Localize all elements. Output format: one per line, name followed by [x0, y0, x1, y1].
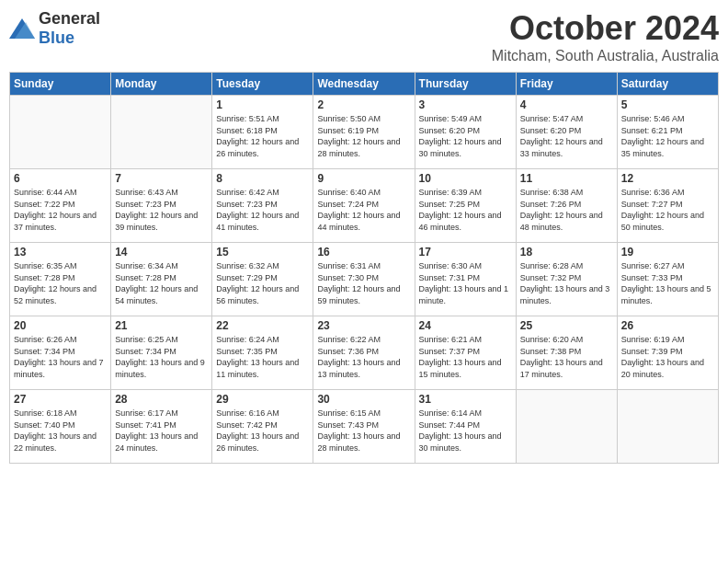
day-detail: Sunrise: 6:20 AM Sunset: 7:38 PM Dayligh…	[520, 334, 613, 380]
day-detail: Sunrise: 6:24 AM Sunset: 7:35 PM Dayligh…	[216, 334, 309, 380]
calendar-week-row: 1Sunrise: 5:51 AM Sunset: 6:18 PM Daylig…	[10, 96, 719, 169]
day-detail: Sunrise: 6:38 AM Sunset: 7:26 PM Dayligh…	[520, 187, 613, 233]
weekday-header-row: SundayMondayTuesdayWednesdayThursdayFrid…	[10, 73, 719, 96]
weekday-header-cell: Thursday	[415, 73, 516, 96]
day-detail: Sunrise: 6:15 AM Sunset: 7:43 PM Dayligh…	[317, 408, 410, 454]
day-detail: Sunrise: 6:27 AM Sunset: 7:33 PM Dayligh…	[621, 260, 714, 306]
day-number: 19	[621, 246, 714, 259]
calendar-week-row: 13Sunrise: 6:35 AM Sunset: 7:28 PM Dayli…	[10, 243, 719, 316]
calendar-cell: 6Sunrise: 6:44 AM Sunset: 7:22 PM Daylig…	[10, 169, 111, 243]
calendar-cell	[516, 390, 617, 464]
month-title: October 2024	[492, 9, 719, 48]
calendar-cell: 10Sunrise: 6:39 AM Sunset: 7:25 PM Dayli…	[415, 169, 516, 243]
calendar-cell: 25Sunrise: 6:20 AM Sunset: 7:38 PM Dayli…	[516, 316, 617, 390]
calendar-cell: 30Sunrise: 6:15 AM Sunset: 7:43 PM Dayli…	[313, 390, 415, 464]
weekday-header-cell: Friday	[516, 73, 617, 96]
calendar-cell: 1Sunrise: 5:51 AM Sunset: 6:18 PM Daylig…	[212, 96, 313, 169]
day-detail: Sunrise: 6:39 AM Sunset: 7:25 PM Dayligh…	[419, 187, 512, 233]
day-detail: Sunrise: 5:46 AM Sunset: 6:21 PM Dayligh…	[621, 113, 714, 159]
day-detail: Sunrise: 6:43 AM Sunset: 7:23 PM Dayligh…	[115, 187, 208, 233]
day-detail: Sunrise: 6:22 AM Sunset: 7:36 PM Dayligh…	[317, 334, 410, 380]
day-number: 11	[520, 172, 613, 185]
calendar-cell: 19Sunrise: 6:27 AM Sunset: 7:33 PM Dayli…	[617, 243, 718, 316]
day-number: 18	[520, 246, 613, 259]
day-detail: Sunrise: 6:30 AM Sunset: 7:31 PM Dayligh…	[419, 260, 512, 306]
calendar-cell: 5Sunrise: 5:46 AM Sunset: 6:21 PM Daylig…	[617, 96, 718, 169]
calendar-week-row: 20Sunrise: 6:26 AM Sunset: 7:34 PM Dayli…	[10, 316, 719, 390]
day-detail: Sunrise: 6:16 AM Sunset: 7:42 PM Dayligh…	[216, 408, 309, 454]
day-number: 14	[115, 246, 208, 259]
day-number: 10	[419, 172, 512, 185]
day-number: 8	[216, 172, 309, 185]
day-detail: Sunrise: 6:19 AM Sunset: 7:39 PM Dayligh…	[621, 334, 714, 380]
day-detail: Sunrise: 6:44 AM Sunset: 7:22 PM Dayligh…	[14, 187, 107, 233]
day-detail: Sunrise: 6:42 AM Sunset: 7:23 PM Dayligh…	[216, 187, 309, 233]
logo-text: General Blue	[39, 9, 100, 48]
day-number: 7	[115, 172, 208, 185]
calendar-cell: 31Sunrise: 6:14 AM Sunset: 7:44 PM Dayli…	[415, 390, 516, 464]
calendar-cell: 15Sunrise: 6:32 AM Sunset: 7:29 PM Dayli…	[212, 243, 313, 316]
day-number: 13	[14, 246, 107, 259]
day-number: 20	[14, 319, 107, 332]
calendar-cell: 9Sunrise: 6:40 AM Sunset: 7:24 PM Daylig…	[313, 169, 415, 243]
day-detail: Sunrise: 6:17 AM Sunset: 7:41 PM Dayligh…	[115, 408, 208, 454]
location-title: Mitcham, South Australia, Australia	[492, 48, 719, 64]
day-detail: Sunrise: 6:34 AM Sunset: 7:28 PM Dayligh…	[115, 260, 208, 306]
day-number: 9	[317, 172, 410, 185]
day-detail: Sunrise: 6:40 AM Sunset: 7:24 PM Dayligh…	[317, 187, 410, 233]
calendar-cell: 29Sunrise: 6:16 AM Sunset: 7:42 PM Dayli…	[212, 390, 313, 464]
calendar-cell: 14Sunrise: 6:34 AM Sunset: 7:28 PM Dayli…	[111, 243, 212, 316]
weekday-header-cell: Sunday	[10, 73, 111, 96]
calendar-cell: 8Sunrise: 6:42 AM Sunset: 7:23 PM Daylig…	[212, 169, 313, 243]
calendar-cell	[617, 390, 718, 464]
calendar-cell: 27Sunrise: 6:18 AM Sunset: 7:40 PM Dayli…	[10, 390, 111, 464]
logo: General Blue	[9, 9, 100, 48]
day-detail: Sunrise: 6:21 AM Sunset: 7:37 PM Dayligh…	[419, 334, 512, 380]
calendar-cell: 16Sunrise: 6:31 AM Sunset: 7:30 PM Dayli…	[313, 243, 415, 316]
day-number: 23	[317, 319, 410, 332]
calendar-week-row: 27Sunrise: 6:18 AM Sunset: 7:40 PM Dayli…	[10, 390, 719, 464]
weekday-header-cell: Tuesday	[212, 73, 313, 96]
day-number: 6	[14, 172, 107, 185]
calendar-cell: 12Sunrise: 6:36 AM Sunset: 7:27 PM Dayli…	[617, 169, 718, 243]
title-area: October 2024 Mitcham, South Australia, A…	[492, 9, 719, 64]
weekday-header-cell: Wednesday	[313, 73, 415, 96]
logo-icon	[9, 18, 35, 39]
day-number: 5	[621, 98, 714, 111]
day-number: 21	[115, 319, 208, 332]
day-detail: Sunrise: 6:25 AM Sunset: 7:34 PM Dayligh…	[115, 334, 208, 380]
day-number: 27	[14, 393, 107, 406]
calendar-cell: 28Sunrise: 6:17 AM Sunset: 7:41 PM Dayli…	[111, 390, 212, 464]
day-detail: Sunrise: 5:49 AM Sunset: 6:20 PM Dayligh…	[419, 113, 512, 159]
day-number: 1	[216, 98, 309, 111]
day-detail: Sunrise: 6:28 AM Sunset: 7:32 PM Dayligh…	[520, 260, 613, 306]
day-number: 25	[520, 319, 613, 332]
day-detail: Sunrise: 5:51 AM Sunset: 6:18 PM Dayligh…	[216, 113, 309, 159]
calendar-cell: 26Sunrise: 6:19 AM Sunset: 7:39 PM Dayli…	[617, 316, 718, 390]
weekday-header-cell: Monday	[111, 73, 212, 96]
weekday-header-cell: Saturday	[617, 73, 718, 96]
calendar-cell: 7Sunrise: 6:43 AM Sunset: 7:23 PM Daylig…	[111, 169, 212, 243]
day-number: 12	[621, 172, 714, 185]
day-number: 2	[317, 98, 410, 111]
calendar-cell	[111, 96, 212, 169]
calendar-cell: 17Sunrise: 6:30 AM Sunset: 7:31 PM Dayli…	[415, 243, 516, 316]
day-detail: Sunrise: 5:50 AM Sunset: 6:19 PM Dayligh…	[317, 113, 410, 159]
day-number: 28	[115, 393, 208, 406]
day-number: 29	[216, 393, 309, 406]
calendar-cell: 11Sunrise: 6:38 AM Sunset: 7:26 PM Dayli…	[516, 169, 617, 243]
day-detail: Sunrise: 6:35 AM Sunset: 7:28 PM Dayligh…	[14, 260, 107, 306]
day-detail: Sunrise: 6:32 AM Sunset: 7:29 PM Dayligh…	[216, 260, 309, 306]
day-detail: Sunrise: 6:36 AM Sunset: 7:27 PM Dayligh…	[621, 187, 714, 233]
day-number: 22	[216, 319, 309, 332]
logo-blue: Blue	[39, 29, 74, 47]
calendar-cell: 24Sunrise: 6:21 AM Sunset: 7:37 PM Dayli…	[415, 316, 516, 390]
day-number: 30	[317, 393, 410, 406]
calendar-cell: 23Sunrise: 6:22 AM Sunset: 7:36 PM Dayli…	[313, 316, 415, 390]
day-detail: Sunrise: 5:47 AM Sunset: 6:20 PM Dayligh…	[520, 113, 613, 159]
day-number: 16	[317, 246, 410, 259]
calendar-cell: 3Sunrise: 5:49 AM Sunset: 6:20 PM Daylig…	[415, 96, 516, 169]
day-detail: Sunrise: 6:26 AM Sunset: 7:34 PM Dayligh…	[14, 334, 107, 380]
day-detail: Sunrise: 6:18 AM Sunset: 7:40 PM Dayligh…	[14, 408, 107, 454]
day-number: 24	[419, 319, 512, 332]
